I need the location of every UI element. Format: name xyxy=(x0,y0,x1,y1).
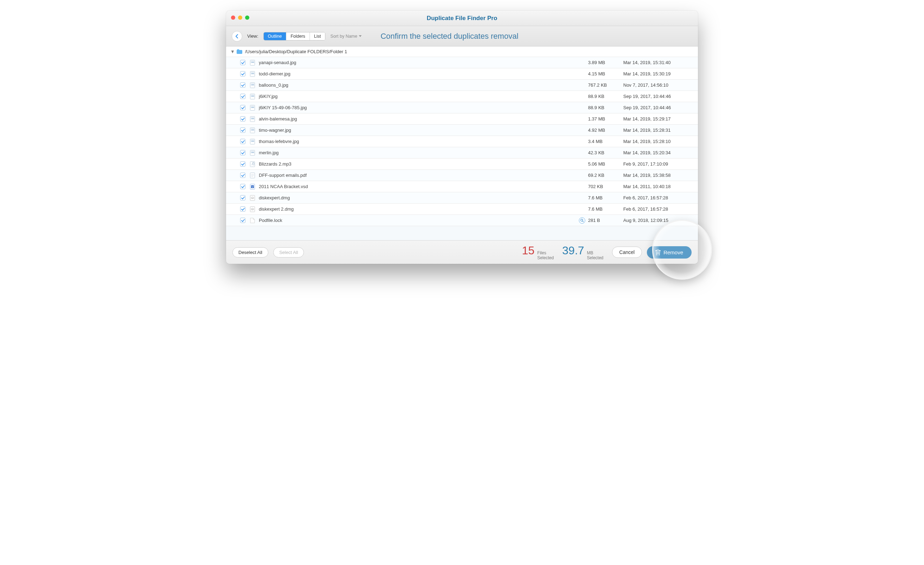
remove-button[interactable]: Remove xyxy=(647,246,692,258)
file-date: Mar 14, 2019, 15:20:34 xyxy=(623,150,694,155)
file-row[interactable]: yanapi-senaud.jpg3.89 MBMar 14, 2019, 15… xyxy=(226,57,698,68)
file-list-panel: ▼ /Users/julia/Desktop/Duplicate FOLDERS… xyxy=(226,47,698,240)
dmg-file-icon xyxy=(250,206,255,212)
file-date: Feb 6, 2017, 16:57:28 xyxy=(623,206,694,212)
view-label: View: xyxy=(247,33,258,39)
view-seg-outline[interactable]: Outline xyxy=(264,32,286,40)
row-checkbox[interactable] xyxy=(240,161,245,167)
file-row[interactable]: diskexpert 2.dmg7.6 MBFeb 6, 2017, 16:57… xyxy=(226,204,698,215)
files-selected-stat: 15 FilesSelected xyxy=(522,244,554,261)
folder-path: /Users/julia/Desktop/Duplicate FOLDERS/F… xyxy=(245,49,347,54)
view-segmented-control: OutlineFoldersList xyxy=(263,32,326,41)
file-date: Mar 14, 2019, 15:38:58 xyxy=(623,173,694,178)
size-total: 39.7 xyxy=(562,244,584,257)
svg-point-57 xyxy=(251,208,254,210)
file-date: Mar 14, 2019, 15:29:17 xyxy=(623,116,694,122)
file-size: 3.89 MB xyxy=(588,60,623,65)
row-checkbox[interactable] xyxy=(240,173,245,178)
file-size: 42.3 KB xyxy=(588,150,623,155)
file-date: Nov 7, 2017, 14:56:10 xyxy=(623,83,694,88)
chevron-left-icon xyxy=(235,34,239,38)
check-icon xyxy=(241,185,245,188)
row-checkbox[interactable] xyxy=(240,83,245,88)
image-file-icon xyxy=(250,71,255,77)
doc-file-icon xyxy=(250,173,255,178)
file-name: Podfile.lock xyxy=(259,218,579,223)
row-checkbox[interactable] xyxy=(240,206,245,212)
file-name: 2011 NCAA Bracket.vsd xyxy=(259,184,588,189)
file-date: Feb 6, 2017, 16:57:28 xyxy=(623,195,694,200)
footer: Deselect All Select All 15 FilesSelected… xyxy=(226,240,698,264)
check-icon xyxy=(241,140,245,143)
check-icon xyxy=(241,163,245,165)
row-checkbox[interactable] xyxy=(240,71,245,77)
file-row[interactable]: Blizzards 2.mp35.06 MBFeb 9, 2017, 17:10… xyxy=(226,159,698,170)
file-date: Sep 19, 2017, 10:44:46 xyxy=(623,105,694,110)
folder-header-row[interactable]: ▼ /Users/julia/Desktop/Duplicate FOLDERS… xyxy=(226,47,698,57)
minimize-window-button[interactable] xyxy=(238,15,242,20)
row-checkbox[interactable] xyxy=(240,139,245,144)
back-button[interactable] xyxy=(232,31,242,42)
file-row[interactable]: todd-diemer.jpg4.15 MBMar 14, 2019, 15:3… xyxy=(226,68,698,80)
check-icon xyxy=(241,208,245,210)
deselect-all-button[interactable]: Deselect All xyxy=(232,247,268,257)
zoom-window-button[interactable] xyxy=(245,15,249,20)
folder-icon xyxy=(237,49,242,54)
row-checkbox[interactable] xyxy=(240,128,245,133)
image-file-icon xyxy=(250,128,255,133)
file-row[interactable]: j6iKIY 15-49-06-785.jpg88.9 KBSep 19, 20… xyxy=(226,102,698,113)
view-seg-folders[interactable]: Folders xyxy=(286,32,310,40)
image-file-icon xyxy=(250,60,255,66)
file-size: 4.15 MB xyxy=(588,71,623,77)
svg-text:V: V xyxy=(252,186,254,188)
row-checkbox[interactable] xyxy=(240,116,245,122)
file-row[interactable]: DFF-support emails.pdf69.2 KBMar 14, 201… xyxy=(226,170,698,181)
check-icon xyxy=(241,72,245,75)
file-row[interactable]: merlin.jpg42.3 KBMar 14, 2019, 15:20:34 xyxy=(226,147,698,159)
sort-dropdown[interactable]: Sort by Name xyxy=(330,34,361,39)
file-row[interactable]: j6iKIY.jpg88.9 KBSep 19, 2017, 10:44:46 xyxy=(226,91,698,102)
image-file-icon xyxy=(250,139,255,144)
file-row[interactable]: alvin-balemesa.jpg1.37 MBMar 14, 2019, 1… xyxy=(226,113,698,125)
view-seg-list[interactable]: List xyxy=(310,32,325,40)
file-name: j6iKIY.jpg xyxy=(259,94,588,99)
file-name: todd-diemer.jpg xyxy=(259,71,588,77)
traffic-lights xyxy=(231,15,249,20)
row-checkbox[interactable] xyxy=(240,218,245,223)
row-checkbox[interactable] xyxy=(240,94,245,99)
check-icon xyxy=(241,197,245,199)
audio-file-icon xyxy=(250,161,255,167)
dmg-file-icon xyxy=(250,195,255,201)
check-icon xyxy=(241,118,245,120)
file-row[interactable]: V2011 NCAA Bracket.vsd702 KBMar 14, 2011… xyxy=(226,181,698,192)
row-checkbox[interactable] xyxy=(240,195,245,200)
file-row[interactable]: thomas-lefebvre.jpg3.4 MBMar 14, 2019, 1… xyxy=(226,136,698,147)
check-icon xyxy=(241,174,245,177)
file-row[interactable]: Podfile.lock281 BAug 9, 2018, 12:09:15 xyxy=(226,215,698,226)
file-size: 7.6 MB xyxy=(588,206,623,212)
file-row[interactable]: balloons_0.jpg767.2 KBNov 7, 2017, 14:56… xyxy=(226,80,698,91)
check-icon xyxy=(241,61,245,64)
close-window-button[interactable] xyxy=(231,15,235,20)
titlebar: Duplicate File Finder Pro xyxy=(226,11,698,26)
blank-file-icon xyxy=(250,218,255,223)
select-all-button[interactable]: Select All xyxy=(273,247,304,257)
list-filler xyxy=(226,226,698,240)
file-row[interactable]: timo-wagner.jpg4.92 MBMar 14, 2019, 15:2… xyxy=(226,125,698,136)
check-icon xyxy=(241,84,245,87)
file-date: Mar 14, 2019, 15:30:19 xyxy=(623,71,694,77)
disclosure-triangle-icon[interactable]: ▼ xyxy=(230,49,234,54)
row-checkbox[interactable] xyxy=(240,105,245,110)
file-row[interactable]: diskexpert.dmg7.6 MBFeb 6, 2017, 16:57:2… xyxy=(226,192,698,204)
row-checkbox[interactable] xyxy=(240,150,245,155)
cancel-button[interactable]: Cancel xyxy=(612,246,642,258)
check-icon xyxy=(241,129,245,132)
sort-label: Sort by Name xyxy=(330,34,357,39)
row-checkbox[interactable] xyxy=(240,60,245,65)
file-name: diskexpert.dmg xyxy=(259,195,588,200)
file-name: balloons_0.jpg xyxy=(259,83,588,88)
page-banner: Confirm the selected duplicates removal xyxy=(367,32,692,41)
file-date: Feb 9, 2017, 17:10:09 xyxy=(623,161,694,167)
row-checkbox[interactable] xyxy=(240,184,245,189)
preview-button[interactable] xyxy=(579,217,585,224)
